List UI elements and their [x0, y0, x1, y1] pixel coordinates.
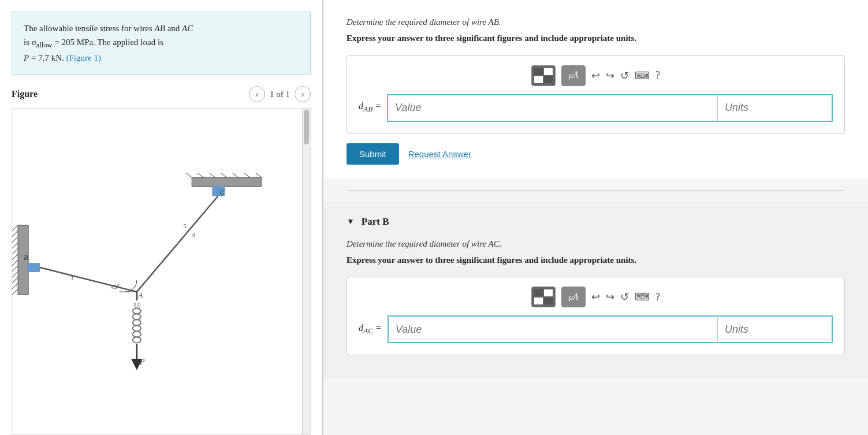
- problem-text: The allowable tensile stress for wires A…: [24, 24, 193, 62]
- svg-point-37: [133, 331, 141, 337]
- figure-svg: B C 5 4: [12, 109, 302, 434]
- figure-link[interactable]: (Figure 1): [66, 53, 100, 62]
- svg-line-7: [12, 254, 18, 260]
- redo-icon[interactable]: ↪: [606, 69, 614, 82]
- b-matrix-cell-1: [534, 289, 543, 296]
- svg-line-8: [12, 260, 18, 266]
- part-b-keyboard-icon[interactable]: ⌨: [635, 291, 650, 303]
- reset-icon[interactable]: ↺: [620, 69, 629, 82]
- svg-text:A: A: [138, 291, 143, 299]
- part-b-header: ▼ Part B: [347, 216, 845, 228]
- svg-text:45°: 45°: [111, 283, 120, 290]
- svg-text:P: P: [139, 357, 145, 366]
- svg-point-36: [133, 325, 141, 331]
- svg-line-18: [198, 173, 203, 177]
- figure-section: Figure ‹ 1 of 1 ›: [0, 86, 322, 435]
- part-a-value-input[interactable]: [387, 94, 717, 122]
- part-a-instruction: Express your answer to three significant…: [347, 32, 845, 45]
- figure-canvas: B C 5 4: [12, 108, 311, 435]
- part-b-undo-icon[interactable]: ↩: [591, 291, 600, 303]
- part-a-toolbar: μÅ ↩ ↪ ↺ ⌨ ?: [359, 65, 833, 86]
- part-a-input-row: dAB =: [359, 94, 833, 122]
- svg-line-13: [12, 289, 18, 295]
- svg-text:B: B: [24, 254, 28, 262]
- svg-line-6: [12, 248, 18, 254]
- part-b-reset-icon[interactable]: ↺: [620, 291, 629, 303]
- part-b-toolbar: μÅ ↩ ↪ ↺ ⌨ ?: [359, 287, 833, 307]
- svg-rect-14: [27, 263, 40, 272]
- b-matrix-cell-4: [544, 298, 553, 304]
- svg-line-17: [186, 173, 192, 177]
- matrix-cell-1: [534, 68, 543, 75]
- figure-header: Figure ‹ 1 of 1 ›: [12, 86, 311, 102]
- figure-scrollbar[interactable]: [302, 109, 310, 434]
- mu-button[interactable]: μÅ: [561, 65, 586, 86]
- part-b-section: ▼ Part B Determine the required diameter…: [323, 202, 868, 379]
- svg-line-26: [137, 196, 218, 292]
- svg-line-9: [12, 266, 18, 272]
- right-panel: Determine the required diameter of wire …: [323, 0, 868, 435]
- svg-line-20: [221, 173, 226, 177]
- svg-line-4: [12, 237, 18, 243]
- request-answer-link[interactable]: Request Answer: [408, 149, 471, 159]
- svg-text:3: 3: [70, 274, 73, 281]
- help-icon[interactable]: ?: [655, 69, 660, 81]
- svg-line-22: [244, 173, 250, 177]
- svg-line-5: [12, 243, 18, 248]
- part-b-help-icon[interactable]: ?: [655, 291, 660, 303]
- undo-icon[interactable]: ↩: [591, 69, 600, 82]
- part-a-section: Determine the required diameter of wire …: [323, 0, 868, 179]
- part-b-intro: Determine the required diameter of wire …: [347, 239, 845, 249]
- svg-point-35: [133, 319, 141, 325]
- part-b-instruction: Express your answer to three significant…: [347, 254, 845, 267]
- scroll-thumb: [304, 110, 309, 144]
- figure-label: Figure: [12, 89, 244, 99]
- part-b-input-row: dAC =: [359, 315, 833, 343]
- collapse-arrow-icon[interactable]: ▼: [347, 217, 355, 226]
- part-b-answer-box: μÅ ↩ ↪ ↺ ⌨ ? dAC =: [347, 277, 845, 355]
- part-b-units-input[interactable]: [717, 315, 833, 343]
- svg-point-34: [133, 314, 141, 319]
- part-a-intro: Determine the required diameter of wire …: [347, 17, 845, 27]
- matrix-cell-4: [544, 76, 553, 83]
- matrix-button[interactable]: [531, 65, 556, 86]
- next-figure-button[interactable]: ›: [295, 86, 311, 102]
- svg-line-12: [12, 283, 18, 289]
- part-a-input-label: dAB =: [359, 101, 381, 114]
- svg-line-3: [12, 231, 18, 237]
- svg-rect-16: [192, 177, 261, 187]
- matrix-cell-2: [544, 68, 553, 75]
- svg-line-19: [209, 173, 215, 177]
- svg-line-21: [233, 173, 239, 177]
- svg-text:4: 4: [192, 231, 195, 238]
- svg-line-23: [256, 173, 262, 177]
- part-b-value-input[interactable]: [388, 315, 717, 343]
- part-a-actions: Submit Request Answer: [347, 143, 845, 165]
- part-a-units-input[interactable]: [717, 94, 833, 122]
- section-divider: [347, 190, 845, 191]
- problem-statement: The allowable tensile stress for wires A…: [12, 12, 311, 75]
- prev-figure-button[interactable]: ‹: [249, 86, 265, 102]
- matrix-cell-3: [534, 76, 543, 83]
- left-panel: The allowable tensile stress for wires A…: [0, 0, 323, 435]
- svg-point-38: [133, 337, 141, 343]
- part-b-input-label: dAC =: [359, 323, 382, 336]
- b-matrix-cell-3: [534, 298, 543, 304]
- part-b-mu-button[interactable]: μÅ: [561, 287, 586, 307]
- svg-line-11: [12, 277, 18, 283]
- part-b-label: Part B: [362, 216, 389, 228]
- figure-nav: ‹ 1 of 1 ›: [249, 86, 311, 102]
- submit-button[interactable]: Submit: [347, 143, 399, 165]
- keyboard-icon[interactable]: ⌨: [635, 69, 650, 82]
- svg-line-29: [40, 267, 137, 292]
- part-b-matrix-button[interactable]: [531, 287, 556, 307]
- svg-line-2: [12, 225, 18, 231]
- figure-count: 1 of 1: [270, 90, 290, 99]
- svg-text:5: 5: [183, 222, 187, 229]
- svg-line-10: [12, 272, 18, 277]
- b-matrix-cell-2: [544, 289, 553, 296]
- svg-text:C: C: [219, 188, 225, 196]
- part-a-answer-box: μÅ ↩ ↪ ↺ ⌨ ? dAB =: [347, 55, 845, 134]
- part-b-redo-icon[interactable]: ↪: [606, 291, 614, 303]
